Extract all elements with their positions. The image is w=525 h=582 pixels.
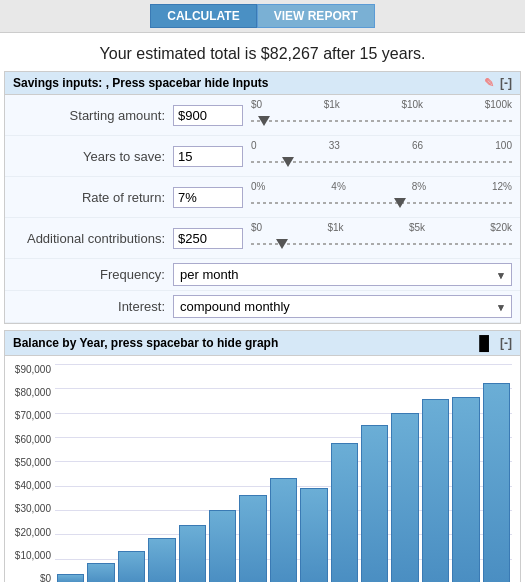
chart-inner: $0$10,000$20,000$30,000$40,000$50,000$60… bbox=[55, 364, 512, 582]
frequency-row: Frequency: per monthper weekper year ▼ bbox=[5, 259, 520, 291]
slider-marker-0 bbox=[258, 116, 270, 126]
input-label-1: Years to save: bbox=[13, 149, 173, 164]
input-field-0[interactable] bbox=[173, 105, 243, 126]
inputs-header: Savings inputs: , Press spacebar hide In… bbox=[5, 72, 520, 95]
chart-header-label: Balance by Year, press spacebar to hide … bbox=[13, 336, 278, 350]
input-rows-container: Starting amount:$0$1k$10k$100kYears to s… bbox=[5, 95, 520, 259]
slider-label: 4% bbox=[331, 181, 345, 192]
slider-bg-0 bbox=[251, 120, 512, 122]
slider-label: $10k bbox=[401, 99, 423, 110]
y-label-5: $50,000 bbox=[7, 457, 51, 468]
frequency-label: Frequency: bbox=[13, 267, 173, 282]
slider-label: 8% bbox=[412, 181, 426, 192]
slider-label: $1k bbox=[324, 99, 340, 110]
input-row-1: Years to save:03366100 bbox=[5, 136, 520, 177]
slider-bg-1 bbox=[251, 161, 512, 163]
slider-container-3: $0$1k$5k$20k bbox=[243, 222, 512, 254]
bar-6[interactable] bbox=[239, 495, 266, 582]
y-label-0: $0 bbox=[7, 573, 51, 582]
chart-area: $0$10,000$20,000$30,000$40,000$50,000$60… bbox=[5, 356, 520, 582]
slider-label: 12% bbox=[492, 181, 512, 192]
slider-container-2: 0%4%8%12% bbox=[243, 181, 512, 213]
input-label-3: Additional contributions: bbox=[13, 231, 173, 246]
interest-row: Interest: compound monthlycompound annua… bbox=[5, 291, 520, 323]
y-axis: $0$10,000$20,000$30,000$40,000$50,000$60… bbox=[7, 364, 51, 582]
frequency-select[interactable]: per monthper weekper year bbox=[173, 263, 512, 286]
slider-label: $0 bbox=[251, 222, 262, 233]
interest-label: Interest: bbox=[13, 299, 173, 314]
bar-1[interactable] bbox=[87, 563, 114, 582]
bars-container: balance year 9: $39,370 bbox=[55, 364, 512, 582]
bar-9[interactable] bbox=[331, 443, 358, 582]
bar-2[interactable] bbox=[118, 551, 145, 582]
slider-label: $5k bbox=[409, 222, 425, 233]
slider-bg-2 bbox=[251, 202, 512, 204]
headline: Your estimated total is $82,267 after 15… bbox=[0, 33, 525, 71]
slider-track-0[interactable] bbox=[251, 111, 512, 131]
chart-section: Balance by Year, press spacebar to hide … bbox=[4, 330, 521, 582]
slider-bg-3 bbox=[251, 243, 512, 245]
bar-8[interactable]: balance year 9: $39,370 bbox=[300, 488, 327, 582]
view-report-button[interactable]: VIEW REPORT bbox=[257, 4, 375, 28]
bar-11[interactable] bbox=[391, 413, 418, 582]
y-label-7: $70,000 bbox=[7, 410, 51, 421]
y-label-9: $90,000 bbox=[7, 364, 51, 375]
input-row-3: Additional contributions:$0$1k$5k$20k bbox=[5, 218, 520, 259]
bar-14[interactable] bbox=[483, 383, 510, 582]
collapse-inputs-button[interactable]: [-] bbox=[500, 76, 512, 90]
chart-header-icons: ▐▌ [-] bbox=[474, 335, 512, 351]
bar-10[interactable] bbox=[361, 425, 388, 582]
input-row-0: Starting amount:$0$1k$10k$100k bbox=[5, 95, 520, 136]
y-label-3: $30,000 bbox=[7, 503, 51, 514]
bar-13[interactable] bbox=[452, 397, 479, 582]
frequency-select-wrapper: per monthper weekper year ▼ bbox=[173, 263, 512, 286]
interest-select-wrapper: compound monthlycompound annuallysimple … bbox=[173, 295, 512, 318]
chart-header: Balance by Year, press spacebar to hide … bbox=[5, 331, 520, 356]
slider-marker-1 bbox=[282, 157, 294, 167]
collapse-chart-button[interactable]: [-] bbox=[500, 336, 512, 350]
slider-label: 66 bbox=[412, 140, 423, 151]
slider-marker-3 bbox=[276, 239, 288, 249]
slider-label: 0 bbox=[251, 140, 257, 151]
slider-container-0: $0$1k$10k$100k bbox=[243, 99, 512, 131]
y-label-1: $10,000 bbox=[7, 550, 51, 561]
slider-label: $0 bbox=[251, 99, 262, 110]
input-row-2: Rate of return:0%4%8%12% bbox=[5, 177, 520, 218]
slider-marker-2 bbox=[394, 198, 406, 208]
bar-4[interactable] bbox=[179, 525, 206, 582]
slider-label: 0% bbox=[251, 181, 265, 192]
chart-type-icon[interactable]: ▐▌ bbox=[474, 335, 494, 351]
slider-track-2[interactable] bbox=[251, 193, 512, 213]
edit-icon[interactable]: ✎ bbox=[484, 76, 494, 90]
y-label-6: $60,000 bbox=[7, 434, 51, 445]
input-field-2[interactable] bbox=[173, 187, 243, 208]
slider-label: $1k bbox=[327, 222, 343, 233]
interest-select[interactable]: compound monthlycompound annuallysimple bbox=[173, 295, 512, 318]
bar-3[interactable] bbox=[148, 538, 175, 582]
bar-12[interactable] bbox=[422, 399, 449, 582]
slider-track-1[interactable] bbox=[251, 152, 512, 172]
input-field-3[interactable] bbox=[173, 228, 243, 249]
bar-5[interactable] bbox=[209, 510, 236, 582]
slider-label: $20k bbox=[490, 222, 512, 233]
bar-0[interactable] bbox=[57, 574, 84, 582]
y-label-2: $20,000 bbox=[7, 527, 51, 538]
slider-label: 33 bbox=[329, 140, 340, 151]
inputs-section: Savings inputs: , Press spacebar hide In… bbox=[4, 71, 521, 324]
toolbar: CALCULATE VIEW REPORT bbox=[0, 0, 525, 33]
inputs-header-label: Savings inputs: , Press spacebar hide In… bbox=[13, 76, 268, 90]
slider-label: 100 bbox=[495, 140, 512, 151]
inputs-header-icons: ✎ [-] bbox=[484, 76, 512, 90]
input-field-1[interactable] bbox=[173, 146, 243, 167]
input-label-0: Starting amount: bbox=[13, 108, 173, 123]
slider-track-3[interactable] bbox=[251, 234, 512, 254]
y-label-8: $80,000 bbox=[7, 387, 51, 398]
slider-label: $100k bbox=[485, 99, 512, 110]
bar-7[interactable] bbox=[270, 478, 297, 582]
y-label-4: $40,000 bbox=[7, 480, 51, 491]
calculate-button[interactable]: CALCULATE bbox=[150, 4, 256, 28]
slider-container-1: 03366100 bbox=[243, 140, 512, 172]
input-label-2: Rate of return: bbox=[13, 190, 173, 205]
